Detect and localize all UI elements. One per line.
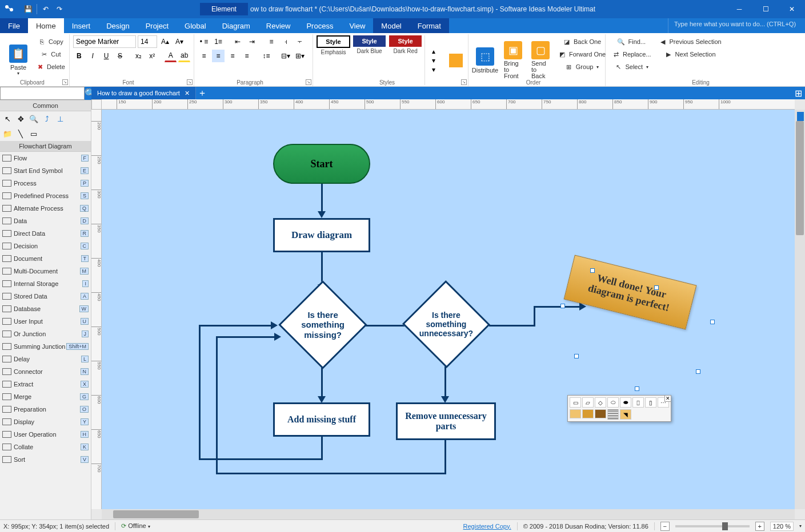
toolbox-item[interactable]: Or JunctionJ (0, 328, 91, 340)
tool-zoom-icon[interactable]: 🔍 (28, 113, 39, 124)
tell-me-search[interactable]: Type here what you want to do... (CTRL+Q… (668, 18, 805, 33)
tool-rect-icon[interactable]: ▭ (28, 128, 39, 139)
tool-text-icon[interactable]: ⊥ (54, 113, 66, 124)
flow-missing-decision[interactable]: Is there something missing? (278, 280, 367, 369)
line-spacing-button[interactable]: ↕≡ (260, 50, 273, 62)
tabbar-panel-toggle[interactable]: ⊞ (791, 87, 805, 99)
paste-button[interactable]: 📋 Paste ▾ (6, 35, 31, 85)
delete-button[interactable]: ✖Delete (33, 61, 67, 73)
status-offline[interactable]: ⟳ Offline ▾ (121, 522, 150, 530)
flow-arrow[interactable] (199, 325, 272, 327)
flow-arrow[interactable] (534, 306, 535, 327)
toolbox-item[interactable]: DatabaseW (0, 303, 91, 315)
styles-scroll-up[interactable]: ▴ (427, 47, 440, 56)
font-color-button[interactable]: A (165, 50, 177, 62)
selection-handle[interactable] (574, 354, 579, 358)
flow-note-selection[interactable]: ✥ Ω Well done! Your diagram is perfect! (567, 269, 716, 395)
send-back-button[interactable]: ▢Send to Back (528, 35, 553, 85)
toolbox-item[interactable]: DataD (0, 215, 91, 227)
flow-unnecessary-decision[interactable]: Is there something unnecessary? (402, 280, 490, 368)
palette-document-icon[interactable]: ▯ (645, 397, 656, 408)
tool-pan-icon[interactable]: ✥ (15, 113, 26, 124)
para-extra-1[interactable]: ≡ (265, 35, 278, 48)
prev-selection-button[interactable]: ◀Previous Selection (656, 35, 724, 48)
bold-button[interactable]: B (73, 50, 85, 62)
next-selection-button[interactable]: ▶Next Selection (656, 48, 724, 61)
flow-arrow[interactable] (216, 336, 275, 338)
tool-line-icon[interactable]: ╲ (15, 128, 26, 139)
document-tab[interactable]: How to draw a good flowchart ✕ (91, 87, 196, 99)
palette-cylinder-icon[interactable]: ⌷ (632, 397, 644, 408)
selection-handle[interactable] (590, 268, 595, 273)
align-center-button[interactable]: ≡ (212, 50, 225, 62)
ruler-corner[interactable] (91, 99, 102, 110)
menu-project[interactable]: Project (138, 18, 177, 33)
palette-parallelogram-icon[interactable]: ▱ (582, 397, 594, 408)
flow-draw-node[interactable]: Draw diagram (273, 218, 370, 252)
close-button[interactable]: ✕ (779, 0, 805, 18)
selection-handle[interactable] (654, 285, 659, 290)
zoom-slider[interactable] (675, 525, 750, 527)
valign-button[interactable]: ⊟▾ (279, 50, 292, 62)
flow-start-node[interactable]: Start (273, 144, 370, 184)
toolbox-item[interactable]: Internal StorageI (0, 277, 91, 290)
indent-button[interactable]: ⇥ (246, 35, 258, 48)
toolbox-item[interactable]: Direct DataR (0, 227, 91, 240)
replace-button[interactable]: ⇄Replace... (609, 48, 654, 61)
flow-arrow[interactable] (444, 366, 446, 397)
toolbox-item[interactable]: Stored DataA (0, 290, 91, 303)
select-button[interactable]: ↖Select▾ (609, 61, 654, 73)
menu-global[interactable]: Global (177, 18, 214, 33)
add-tab-button[interactable]: ＋ (196, 87, 209, 99)
align-left-button[interactable]: ≡ (198, 50, 210, 62)
clipboard-expander[interactable]: ↘ (62, 79, 68, 85)
underline-button[interactable]: U (101, 50, 113, 62)
paragraph-expander[interactable]: ↘ (306, 79, 311, 85)
menu-view[interactable]: View (341, 18, 373, 33)
group-button[interactable]: ⊞Group▾ (555, 61, 608, 73)
document-tab-close-icon[interactable]: ✕ (185, 90, 190, 97)
menu-home[interactable]: Home (28, 18, 64, 33)
swatch-hatch[interactable] (607, 409, 619, 420)
italic-button[interactable]: I (87, 50, 99, 62)
menu-format[interactable]: Format (410, 18, 449, 33)
toolbox-item[interactable]: Start End SymbolE (0, 164, 91, 177)
menu-file[interactable]: File (0, 18, 28, 33)
toolbox-item[interactable]: Multi-DocumentM (0, 265, 91, 277)
minimize-button[interactable]: ─ (726, 0, 752, 18)
flow-arrow[interactable] (321, 368, 323, 397)
tool-folder-icon[interactable]: 📁 (2, 128, 13, 139)
toolbox-item[interactable]: PreparationO (0, 403, 91, 416)
text-dir-button[interactable]: ⊞▾ (294, 50, 306, 62)
font-size-combo[interactable] (138, 35, 157, 48)
flow-arrow[interactable] (444, 440, 446, 474)
toolbox-item[interactable]: DisplayY (0, 416, 91, 428)
toolbox-item[interactable]: ExtractX (0, 378, 91, 390)
toolbox-item[interactable]: DecisionC (0, 240, 91, 252)
toolbox-item[interactable]: User InputU (0, 315, 91, 328)
qat-undo-icon[interactable]: ↶ (41, 4, 51, 14)
horizontal-scrollbar[interactable] (102, 509, 795, 519)
menu-review[interactable]: Review (258, 18, 299, 33)
menu-diagram[interactable]: Diagram (214, 18, 258, 33)
swatch-brown[interactable] (595, 409, 606, 418)
style-darkblue[interactable]: Style Dark Blue (353, 35, 386, 85)
swatch-gold[interactable] (582, 409, 594, 418)
forward-one-button[interactable]: ◩Forward One (555, 48, 608, 61)
toolbox-item[interactable]: SortV (0, 453, 91, 466)
highlight-button[interactable]: ab (178, 50, 190, 62)
diagram-canvas[interactable]: Start Draw diagram Is there something mi… (102, 110, 795, 509)
toolbox-item[interactable]: Predefined ProcessS (0, 190, 91, 202)
selection-handle[interactable] (710, 320, 715, 324)
toolbox-common-header[interactable]: Common (0, 100, 91, 111)
vertical-scrollbar-thumb[interactable] (796, 121, 804, 235)
tool-pointer-icon[interactable]: ↖ (2, 113, 13, 124)
selection-handle[interactable] (635, 386, 639, 391)
menu-design[interactable]: Design (98, 18, 137, 33)
flow-arrow[interactable] (199, 325, 201, 460)
grow-font-button[interactable]: A▴ (159, 35, 171, 48)
align-right-button[interactable]: ≡ (226, 50, 239, 62)
status-registered-link[interactable]: Registered Copy. (463, 523, 511, 530)
distribute-button[interactable]: ⬚Distribute (472, 35, 498, 85)
menu-insert[interactable]: Insert (64, 18, 99, 33)
